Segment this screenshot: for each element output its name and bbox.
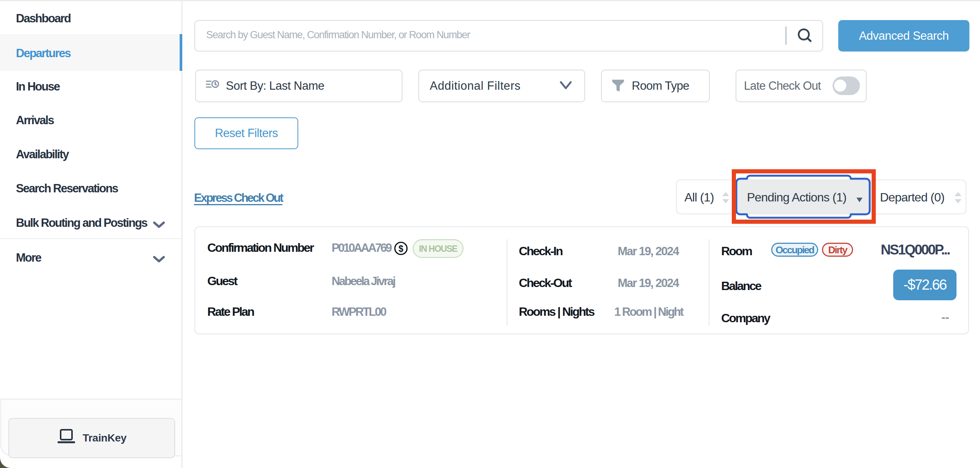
svg-text:$: $ — [399, 244, 404, 254]
